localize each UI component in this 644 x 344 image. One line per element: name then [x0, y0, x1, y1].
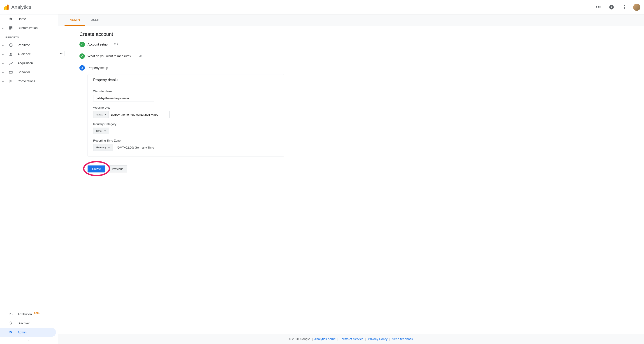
- sidebar-item-discover[interactable]: Discover: [0, 319, 58, 328]
- timezone-country-dropdown[interactable]: Germany: [93, 144, 113, 151]
- stepper: ✓ Account setup Edit ✓ What do you want …: [80, 42, 284, 70]
- industry-label: Industry Category: [93, 122, 279, 126]
- page-title: Create account: [80, 31, 284, 37]
- step-number-icon: 3: [80, 65, 85, 70]
- svg-rect-3: [11, 28, 12, 29]
- customization-icon: [8, 26, 13, 30]
- more-vert-icon: [624, 5, 625, 9]
- website-url-label: Website URL: [93, 106, 279, 109]
- conversions-label: Conversions: [18, 79, 35, 83]
- tabs: ADMIN USER: [58, 14, 644, 26]
- caret-down-icon: [104, 114, 106, 115]
- sidebar-item-attribution[interactable]: Attribution BETA: [0, 310, 58, 319]
- svg-rect-2: [9, 28, 10, 29]
- website-url-input[interactable]: [109, 111, 170, 118]
- step1-title: Account setup: [88, 43, 108, 46]
- action-row: Create Previous: [88, 165, 284, 172]
- svg-point-7: [9, 64, 10, 64]
- svg-rect-0: [9, 26, 10, 28]
- protocol-value: https://: [96, 113, 103, 116]
- chevron-left-icon: ‹: [28, 339, 29, 342]
- sidebar: Home ▸ Customization REPORTS ▸ Realtime …: [0, 14, 58, 344]
- sidebar-item-admin[interactable]: Admin: [0, 328, 56, 337]
- chevron-right-icon: ▸: [2, 80, 4, 82]
- footer-terms-link[interactable]: Terms of Service: [340, 337, 364, 341]
- chevron-right-icon: ▸: [2, 71, 4, 73]
- gear-icon: [8, 330, 13, 335]
- industry-value: Other: [96, 130, 102, 132]
- svg-rect-1: [11, 26, 12, 28]
- caret-down-icon: [104, 130, 106, 132]
- app-header: Analytics ?: [0, 0, 644, 14]
- chevron-right-icon: ▸: [2, 62, 4, 64]
- checkmark-icon: ✓: [80, 53, 85, 59]
- footer-feedback-link[interactable]: Send feedback: [392, 337, 413, 341]
- app-title: Analytics: [11, 4, 31, 10]
- timezone-text: (GMT+02:00) Germany Time: [116, 146, 154, 149]
- more-options-button[interactable]: [620, 3, 629, 12]
- step2-title: What do you want to measure?: [88, 54, 131, 58]
- chevron-right-icon: ▸: [2, 53, 4, 55]
- lightbulb-icon: [8, 321, 13, 326]
- step3-title: Property setup: [88, 66, 108, 70]
- attribution-icon: [8, 312, 13, 317]
- website-name-input[interactable]: [93, 95, 154, 101]
- beta-badge: BETA: [34, 312, 40, 314]
- header-left: Analytics: [4, 4, 31, 10]
- step-account-setup: ✓ Account setup Edit: [80, 42, 284, 47]
- main-content: ADMIN USER ↤ Create account ✓ Account se…: [58, 14, 644, 344]
- website-name-label: Website Name: [93, 89, 279, 93]
- collapse-sidebar-button[interactable]: ‹: [0, 337, 58, 344]
- svg-rect-9: [9, 71, 12, 73]
- customization-label: Customization: [18, 26, 38, 30]
- analytics-logo-icon: [4, 4, 8, 10]
- create-button[interactable]: Create: [88, 165, 106, 172]
- svg-point-6: [10, 53, 12, 54]
- person-icon: [8, 52, 13, 56]
- clock-icon: [8, 43, 13, 47]
- attribution-label: Attribution: [18, 313, 32, 316]
- protocol-dropdown[interactable]: https://: [93, 111, 109, 118]
- previous-button[interactable]: Previous: [108, 165, 127, 172]
- timezone-label: Reporting Time Zone: [93, 139, 279, 142]
- industry-dropdown[interactable]: Other: [93, 128, 109, 134]
- audience-label: Audience: [18, 52, 31, 56]
- help-button[interactable]: ?: [607, 3, 616, 12]
- apps-grid-icon: [596, 6, 600, 8]
- caret-down-icon: [108, 147, 110, 148]
- sidebar-item-home[interactable]: Home: [0, 14, 58, 23]
- realtime-label: Realtime: [18, 43, 30, 47]
- chevron-right-icon: ▸: [2, 27, 4, 29]
- tab-user[interactable]: USER: [85, 14, 105, 26]
- sidebar-item-customization[interactable]: ▸ Customization: [0, 23, 58, 32]
- behavior-icon: [8, 70, 13, 74]
- sidebar-item-behavior[interactable]: ▸ Behavior: [0, 68, 58, 77]
- property-details-card: Property details Website Name Website UR…: [88, 74, 284, 156]
- chevron-right-icon: ▸: [2, 44, 4, 46]
- back-button[interactable]: ↤: [58, 51, 65, 56]
- footer-analytics-home-link[interactable]: Analytics home: [314, 337, 336, 341]
- home-label: Home: [18, 17, 26, 21]
- flag-icon: [8, 79, 13, 83]
- timezone-country-value: Germany: [96, 146, 106, 149]
- card-title: Property details: [88, 74, 284, 86]
- user-avatar[interactable]: [633, 3, 640, 11]
- step-property-setup: 3 Property setup: [80, 65, 284, 70]
- apps-button[interactable]: [594, 3, 603, 12]
- sidebar-item-conversions[interactable]: ▸ Conversions: [0, 77, 58, 86]
- svg-point-8: [12, 62, 12, 63]
- arrow-back-icon: ↤: [60, 52, 62, 55]
- sidebar-item-audience[interactable]: ▸ Audience: [0, 50, 58, 59]
- footer-privacy-link[interactable]: Privacy Policy: [368, 337, 388, 341]
- admin-label: Admin: [18, 331, 27, 334]
- sidebar-item-acquisition[interactable]: ▸ Acquisition: [0, 59, 58, 68]
- footer-copyright: © 2020 Google: [289, 337, 310, 341]
- sidebar-item-realtime[interactable]: ▸ Realtime: [0, 40, 58, 50]
- tab-admin[interactable]: ADMIN: [64, 14, 85, 26]
- svg-rect-4: [12, 28, 12, 29]
- step-measure: ✓ What do you want to measure? Edit: [80, 53, 284, 59]
- header-right: ?: [594, 3, 640, 12]
- step2-edit-link[interactable]: Edit: [138, 54, 142, 58]
- step1-edit-link[interactable]: Edit: [114, 43, 119, 46]
- discover-label: Discover: [18, 322, 30, 325]
